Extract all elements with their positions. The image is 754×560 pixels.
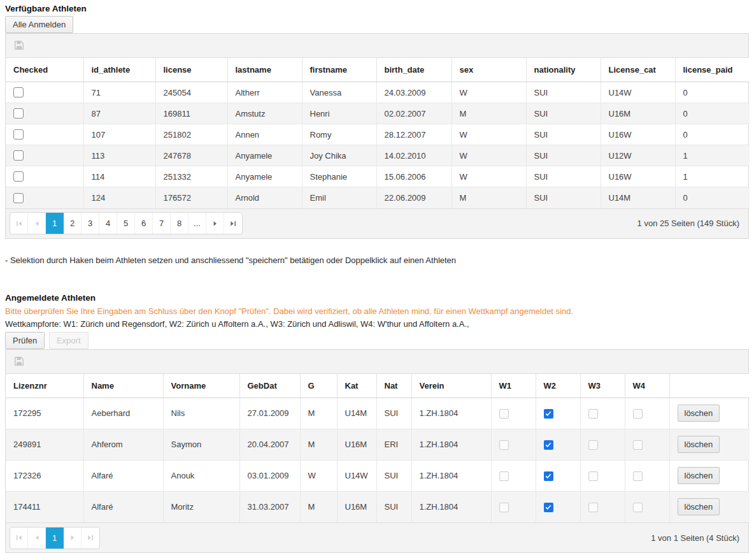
column-header-license_paid[interactable]: license_paid <box>675 58 750 82</box>
column-header-Checked[interactable]: Checked <box>6 58 83 82</box>
cell-w4 <box>625 491 669 522</box>
actions-cell: löschen <box>669 398 750 429</box>
athlete-select-checkbox[interactable] <box>13 108 24 118</box>
w2-checkbox[interactable] <box>544 503 553 512</box>
w2-checkbox[interactable] <box>544 440 553 450</box>
w1-checkbox[interactable] <box>499 503 509 512</box>
venues-text: Wettkampforte: W1: Zürich und Regensdorf… <box>5 318 749 330</box>
available-athlete-row[interactable]: 124176572ArnoldEmil22.06.2009MSUIU14M0 <box>6 187 750 208</box>
available-athlete-row[interactable]: 113247678AnyameleJoy Chika14.02.2010WSUI… <box>6 145 750 166</box>
cell-name: Ahferom <box>83 429 163 460</box>
column-header-birth_date[interactable]: birth_date <box>376 58 452 82</box>
column-header-W2[interactable]: W2 <box>536 374 580 398</box>
cell-nat: ERI <box>376 429 411 460</box>
available-athlete-row[interactable]: 87169811AmstutzHenri02.02.2007MSUIU16M0 <box>6 103 750 124</box>
pager-page-button[interactable]: 5 <box>117 213 135 234</box>
cell-kat: U14W <box>337 460 376 491</box>
column-header-W3[interactable]: W3 <box>580 374 625 398</box>
column-header-Lizenznr[interactable]: Lizenznr <box>6 374 83 398</box>
enroll-all-button[interactable]: Alle Anmelden <box>5 16 73 33</box>
cell-license_paid: 0 <box>675 187 750 208</box>
w4-checkbox[interactable] <box>633 440 643 450</box>
delete-button[interactable]: löschen <box>678 436 720 453</box>
athlete-select-checkbox[interactable] <box>13 129 24 140</box>
column-header-Verein[interactable]: Verein <box>411 374 491 398</box>
w1-checkbox[interactable] <box>499 409 509 419</box>
cell-kat: U16M <box>337 429 376 460</box>
column-header-Kat[interactable]: Kat <box>337 374 376 398</box>
delete-button[interactable]: löschen <box>678 405 720 422</box>
cell-birth_date: 02.02.2007 <box>376 103 452 124</box>
pager-page-button[interactable]: 4 <box>99 213 117 234</box>
cell-g: M <box>300 398 337 429</box>
column-header-Vorname[interactable]: Vorname <box>163 374 239 398</box>
checked-cell <box>6 145 83 166</box>
pager-more-button[interactable]: ... <box>188 213 206 234</box>
registered-athletes-title: Angemeldete Athleten <box>5 293 749 303</box>
cell-sex: W <box>452 145 526 166</box>
column-header-nationality[interactable]: nationality <box>526 58 601 82</box>
column-header-Name[interactable]: Name <box>83 374 163 398</box>
save-icon[interactable] <box>14 40 24 50</box>
cell-license_cat: U14W <box>601 82 675 103</box>
w3-checkbox[interactable] <box>588 409 598 419</box>
pager-page-button[interactable]: 3 <box>82 213 99 234</box>
column-header-W4[interactable]: W4 <box>625 374 669 398</box>
pager-page-button[interactable]: 2 <box>64 213 82 234</box>
delete-button[interactable]: löschen <box>678 498 720 515</box>
delete-button[interactable]: löschen <box>678 467 720 484</box>
pager-page-button[interactable]: 8 <box>171 213 188 234</box>
column-header-license[interactable]: license <box>155 58 227 82</box>
column-header-GebDat[interactable]: GebDat <box>239 374 300 398</box>
cell-nationality: SUI <box>526 82 601 103</box>
pager-next-button[interactable] <box>206 213 224 234</box>
w4-checkbox[interactable] <box>633 503 643 512</box>
athlete-select-checkbox[interactable] <box>13 193 24 203</box>
w2-checkbox[interactable] <box>544 471 553 481</box>
available-athlete-row[interactable]: 107251802AnnenRomy28.12.2007WSUIU16W0 <box>6 124 750 145</box>
athlete-select-checkbox[interactable] <box>13 87 24 97</box>
cell-vorname: Moritz <box>163 491 239 522</box>
pager-page-current[interactable]: 1 <box>46 528 64 549</box>
w1-checkbox[interactable] <box>499 471 509 481</box>
column-header-License_cat[interactable]: License_cat <box>601 58 675 82</box>
available-athlete-row[interactable]: 71245054AltherrVanessa24.03.2009WSUIU14W… <box>6 82 750 103</box>
available-pager-info: 1 von 25 Seiten (149 Stück) <box>637 219 742 228</box>
column-header-firstname[interactable]: firstname <box>302 58 376 82</box>
column-header-id_athlete[interactable]: id_athlete <box>83 58 155 82</box>
cell-lastname: Anyamele <box>227 166 302 187</box>
checked-cell <box>6 103 83 124</box>
column-header-W1[interactable]: W1 <box>491 374 536 398</box>
athlete-select-checkbox[interactable] <box>13 171 24 182</box>
cell-lastname: Anyamele <box>227 145 302 166</box>
column-header-lastname[interactable]: lastname <box>227 58 302 82</box>
check-button[interactable]: Prüfen <box>5 332 45 349</box>
cell-license: 251802 <box>155 124 227 145</box>
available-header-row: Checkedid_athletelicenselastnamefirstnam… <box>6 58 750 82</box>
w3-checkbox[interactable] <box>588 440 598 450</box>
w1-checkbox[interactable] <box>499 440 509 450</box>
athlete-select-checkbox[interactable] <box>13 150 24 161</box>
cell-firstname: Joy Chika <box>302 145 376 166</box>
pager-page-button[interactable]: 7 <box>153 213 171 234</box>
column-header-Nat[interactable]: Nat <box>376 374 411 398</box>
cell-nationality: SUI <box>526 187 601 208</box>
pager-page-current[interactable]: 1 <box>46 213 64 234</box>
w2-checkbox[interactable] <box>544 409 553 419</box>
column-header-actions[interactable] <box>669 374 750 398</box>
column-header-sex[interactable]: sex <box>452 58 526 82</box>
w4-checkbox[interactable] <box>633 409 643 419</box>
column-header-G[interactable]: G <box>300 374 337 398</box>
pager-page-button[interactable]: 6 <box>135 213 153 234</box>
w3-checkbox[interactable] <box>588 503 598 512</box>
cell-license_paid: 0 <box>675 82 750 103</box>
w4-checkbox[interactable] <box>633 471 643 481</box>
save-icon[interactable] <box>14 356 24 366</box>
available-athletes-section: Verfügbare Athleten Alle Anmelden Check <box>5 4 749 239</box>
selection-hint-text: - Selektion durch Haken beim Athleten se… <box>5 255 749 265</box>
pager-last-button[interactable] <box>224 213 242 234</box>
cell-nationality: SUI <box>526 166 601 187</box>
available-athlete-row[interactable]: 114251332AnyameleStephanie15.06.2006WSUI… <box>6 166 750 187</box>
pager-last-button <box>82 528 99 549</box>
w3-checkbox[interactable] <box>588 471 598 481</box>
